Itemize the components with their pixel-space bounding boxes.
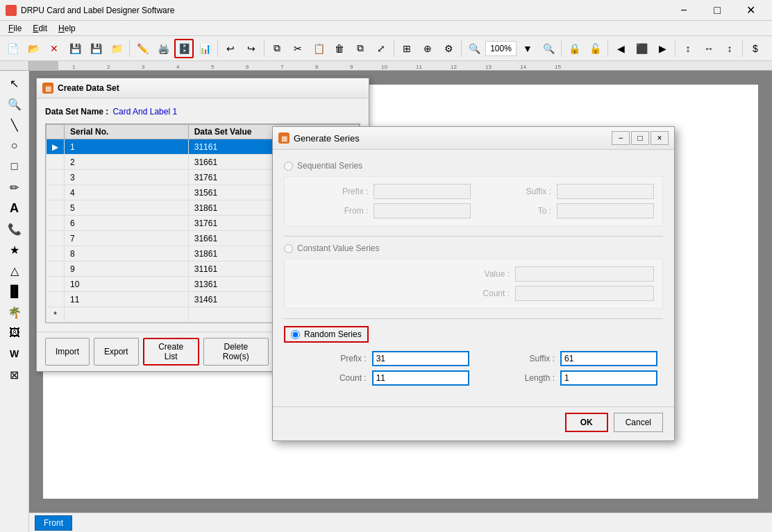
sep9 bbox=[742, 40, 743, 57]
save-as-button[interactable]: 💾 bbox=[86, 39, 106, 58]
select-tool[interactable]: ↖ bbox=[3, 74, 26, 93]
barcode-button[interactable]: $ bbox=[746, 39, 765, 58]
row-indicator bbox=[47, 261, 65, 277]
sequential-radio[interactable] bbox=[284, 162, 293, 171]
menu-file[interactable]: File bbox=[3, 22, 27, 35]
grid-button[interactable]: ⊞ bbox=[397, 39, 417, 58]
constant-radio[interactable] bbox=[284, 244, 293, 253]
seq-to-label: To : bbox=[476, 206, 551, 216]
flip-button[interactable]: ↔ bbox=[699, 39, 719, 58]
rotate-button[interactable]: ↕ bbox=[678, 39, 698, 58]
duplicate-button[interactable]: ⧉ bbox=[351, 39, 370, 58]
menu-help[interactable]: Help bbox=[53, 22, 81, 35]
zoom-dropdown-button[interactable]: ▼ bbox=[518, 39, 537, 58]
line-tool[interactable]: ╲ bbox=[3, 115, 26, 135]
pattern-tool[interactable]: ⊠ bbox=[3, 365, 26, 384]
settings-button[interactable]: ⚙ bbox=[439, 39, 458, 58]
data2-button[interactable]: 📊 bbox=[195, 39, 215, 58]
row-indicator bbox=[47, 170, 65, 185]
rand-suffix-input[interactable] bbox=[560, 351, 657, 366]
zoom-tool[interactable]: 🔍 bbox=[3, 94, 26, 114]
align-center-button[interactable]: ⬛ bbox=[632, 39, 651, 58]
cancel-button[interactable]: Cancel bbox=[614, 413, 663, 432]
rect-tool[interactable]: □ bbox=[3, 157, 26, 176]
rand-count-input[interactable] bbox=[372, 370, 469, 386]
edit-button[interactable]: ✏️ bbox=[133, 39, 152, 58]
constant-grid: Value : Count : bbox=[293, 266, 654, 301]
const-count-label: Count : bbox=[293, 289, 510, 298]
open-button[interactable]: 📂 bbox=[24, 39, 43, 58]
serial-cell: 1 bbox=[65, 139, 189, 155]
phone-tool[interactable]: 📞 bbox=[3, 219, 26, 239]
row-indicator bbox=[47, 185, 65, 200]
gen-close-button[interactable]: × bbox=[651, 131, 669, 145]
image2-tool[interactable]: 🖼 bbox=[3, 323, 26, 343]
delete-rows-button[interactable]: Delete Row(s) bbox=[203, 338, 269, 366]
cut-button[interactable]: ✂ bbox=[288, 39, 308, 58]
close-doc-button[interactable]: ✕ bbox=[44, 39, 64, 58]
random-fields: Prefix : Suffix : Count : Length : bbox=[284, 351, 663, 386]
random-series-section: Random Series Prefix : Suffix : Count : bbox=[284, 326, 663, 386]
sep1 bbox=[129, 40, 130, 57]
flip-v-button[interactable]: ↕ bbox=[720, 39, 739, 58]
rand-prefix-label: Prefix : bbox=[290, 354, 367, 363]
front-tab[interactable]: Front bbox=[35, 515, 72, 531]
redo-button[interactable]: ↪ bbox=[242, 39, 261, 58]
divider1 bbox=[284, 236, 663, 237]
const-count-input bbox=[515, 286, 654, 301]
new-button[interactable]: 📄 bbox=[3, 39, 22, 58]
rand-prefix-input[interactable] bbox=[372, 351, 469, 366]
word-tool[interactable]: W bbox=[3, 344, 26, 363]
bottom-tab-bar: Front bbox=[29, 513, 772, 532]
close-button[interactable]: ✕ bbox=[735, 0, 766, 21]
delete-button[interactable]: 🗑 bbox=[330, 39, 349, 58]
toolbar: 📄 📂 ✕ 💾 💾 📁 ✏️ 🖨️ 🗄️ 📊 ↩ ↪ ⧉ ✂ 📋 🗑 ⧉ ⤢ ⊞… bbox=[0, 36, 772, 61]
lock2-button[interactable]: 🔓 bbox=[585, 39, 605, 58]
open-folder-button[interactable]: 📁 bbox=[107, 39, 126, 58]
print-button[interactable]: 🖨️ bbox=[153, 39, 173, 58]
minimize-button[interactable]: − bbox=[668, 0, 700, 21]
menu-edit[interactable]: Edit bbox=[27, 22, 53, 35]
align-left-button[interactable]: ◀ bbox=[611, 39, 630, 58]
sep5 bbox=[461, 40, 462, 57]
star-tool[interactable]: ★ bbox=[3, 240, 26, 259]
row-indicator bbox=[47, 155, 65, 170]
gen-maximize-button[interactable]: □ bbox=[631, 131, 649, 145]
move-button[interactable]: ⤢ bbox=[371, 39, 391, 58]
sep4 bbox=[394, 40, 394, 57]
row-indicator bbox=[47, 200, 65, 216]
align-right-button[interactable]: ▶ bbox=[653, 39, 672, 58]
create-list-button[interactable]: Create List bbox=[143, 338, 199, 366]
text-tool[interactable]: A bbox=[3, 198, 26, 218]
zoom-out-button[interactable]: 🔍 bbox=[539, 39, 558, 58]
gen-minimize-button[interactable]: − bbox=[612, 131, 630, 145]
zoom-input[interactable] bbox=[485, 41, 517, 56]
seq-from-label: From : bbox=[293, 206, 368, 216]
barcode-tool[interactable]: ▐▌ bbox=[3, 282, 26, 301]
database-button[interactable]: 🗄️ bbox=[174, 39, 194, 58]
pencil-tool[interactable]: ✏ bbox=[3, 178, 26, 197]
random-radio[interactable] bbox=[291, 330, 300, 339]
col-indicator bbox=[47, 125, 65, 139]
paste-button[interactable]: 📋 bbox=[309, 39, 328, 58]
image-tool[interactable]: 🌴 bbox=[3, 302, 26, 322]
triangle-tool[interactable]: △ bbox=[3, 261, 26, 280]
lock1-button[interactable]: 🔒 bbox=[564, 39, 584, 58]
data-set-name-label: Data Set Name : bbox=[45, 107, 108, 117]
import-button[interactable]: Import bbox=[45, 338, 90, 366]
empty-serial bbox=[65, 307, 189, 323]
zoom-in-button[interactable]: 🔍 bbox=[464, 39, 484, 58]
export-button[interactable]: Export bbox=[94, 338, 139, 366]
maximize-button[interactable]: □ bbox=[701, 0, 733, 21]
row-indicator: ▶ bbox=[47, 139, 65, 155]
save-button[interactable]: 💾 bbox=[65, 39, 85, 58]
ellipse-tool[interactable]: ○ bbox=[3, 136, 26, 155]
align-button[interactable]: ⊕ bbox=[418, 39, 437, 58]
left-toolbar: ↖ 🔍 ╲ ○ □ ✏ A 📞 ★ △ ▐▌ 🌴 🖼 W ⊠ bbox=[0, 71, 29, 532]
ok-button[interactable]: OK bbox=[565, 413, 608, 432]
rand-length-input[interactable] bbox=[560, 370, 657, 386]
row-indicator bbox=[47, 277, 65, 292]
undo-button[interactable]: ↩ bbox=[221, 39, 240, 58]
seq-prefix-input bbox=[374, 184, 471, 199]
copy-button[interactable]: ⧉ bbox=[267, 39, 287, 58]
